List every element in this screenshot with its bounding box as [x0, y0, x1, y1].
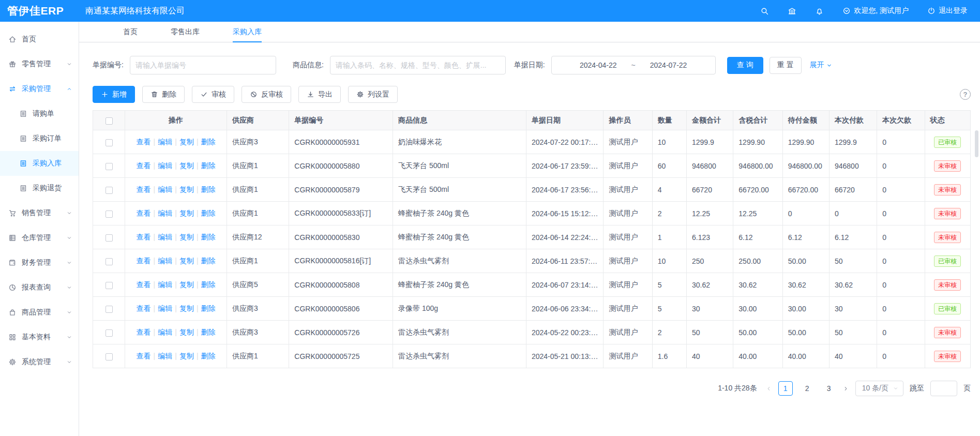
row-actions: 查看|编辑|复制|删除	[125, 249, 227, 273]
row-checkbox[interactable]	[105, 234, 113, 242]
cell-status: 未审核	[925, 344, 970, 368]
edit-link[interactable]: 编辑	[158, 233, 172, 241]
view-link[interactable]: 查看	[137, 209, 151, 217]
sidebar-item-purchase-request[interactable]: 请购单	[0, 101, 79, 126]
page-button-2[interactable]: 2	[800, 381, 815, 396]
row-checkbox[interactable]	[105, 329, 113, 337]
date-range-picker[interactable]: 2024-04-22 ~ 2024-07-22	[551, 56, 716, 74]
page-size-select[interactable]: 10 条/页	[855, 381, 903, 396]
view-link[interactable]: 查看	[137, 233, 151, 241]
row-checkbox[interactable]	[105, 139, 113, 146]
delete-link[interactable]: 删除	[201, 352, 216, 360]
row-checkbox[interactable]	[105, 258, 113, 265]
view-link[interactable]: 查看	[137, 280, 151, 289]
row-checkbox[interactable]	[105, 211, 113, 218]
edit-link[interactable]: 编辑	[158, 185, 172, 193]
sidebar-item-basic-data[interactable]: 基本资料	[0, 325, 79, 350]
row-checkbox[interactable]	[105, 163, 113, 170]
view-link[interactable]: 查看	[137, 328, 151, 336]
copy-link[interactable]: 复制	[179, 209, 194, 217]
welcome-user[interactable]: 欢迎您, 测试用户	[842, 6, 909, 16]
copy-link[interactable]: 复制	[179, 257, 194, 265]
status-badge: 已审核	[934, 303, 961, 314]
view-link[interactable]: 查看	[137, 185, 151, 193]
copy-link[interactable]: 复制	[179, 161, 194, 170]
reset-button[interactable]: 重置	[770, 57, 802, 74]
logout-button[interactable]: 退出登录	[927, 6, 968, 16]
view-link[interactable]: 查看	[137, 161, 151, 170]
delete-link[interactable]: 删除	[201, 209, 216, 217]
view-link[interactable]: 查看	[137, 257, 151, 265]
row-checkbox[interactable]	[105, 187, 113, 194]
row-checkbox[interactable]	[105, 282, 113, 289]
tab-retail-outbound[interactable]: 零售出库	[171, 22, 200, 42]
row-checkbox[interactable]	[105, 353, 113, 360]
unaudit-button[interactable]: 反审核	[242, 86, 291, 103]
sidebar-item-system[interactable]: 系统管理	[0, 350, 79, 374]
edit-link[interactable]: 编辑	[158, 280, 172, 289]
notifications-icon[interactable]	[815, 7, 824, 16]
copy-link[interactable]: 复制	[179, 185, 194, 193]
delete-link[interactable]: 删除	[201, 280, 216, 289]
sidebar-item-warehouse[interactable]: 仓库管理	[0, 225, 79, 250]
search-icon[interactable]	[760, 7, 769, 16]
select-all-checkbox[interactable]	[105, 117, 113, 125]
view-link[interactable]: 查看	[137, 304, 151, 312]
copy-link[interactable]: 复制	[179, 352, 194, 360]
delete-link[interactable]: 删除	[201, 233, 216, 241]
organization-icon[interactable]	[788, 7, 796, 16]
sidebar-item-sales[interactable]: 销售管理	[0, 201, 79, 225]
view-link[interactable]: 查看	[137, 352, 151, 360]
delete-link[interactable]: 删除	[201, 138, 216, 146]
copy-link[interactable]: 复制	[179, 328, 194, 336]
add-button[interactable]: 新增	[93, 86, 135, 103]
edit-link[interactable]: 编辑	[158, 138, 172, 146]
row-checkbox[interactable]	[105, 306, 113, 313]
bill-no-input[interactable]	[130, 56, 276, 74]
product-info-input[interactable]	[330, 56, 506, 74]
column-settings-button[interactable]: 列设置	[348, 86, 398, 103]
delete-link[interactable]: 删除	[201, 161, 216, 170]
sidebar-item-reports[interactable]: 报表查询	[0, 275, 79, 300]
copy-link[interactable]: 复制	[179, 304, 194, 312]
help-icon[interactable]: ?	[960, 89, 971, 100]
edit-link[interactable]: 编辑	[158, 304, 172, 312]
date-from-value[interactable]: 2024-04-22	[580, 61, 617, 69]
sidebar-item-products[interactable]: 商品管理	[0, 300, 79, 325]
edit-link[interactable]: 编辑	[158, 209, 172, 217]
edit-link[interactable]: 编辑	[158, 352, 172, 360]
export-button[interactable]: 导出	[298, 86, 341, 103]
table-scrollbar[interactable]	[975, 130, 978, 157]
sidebar-item-home[interactable]: 首页	[0, 27, 79, 52]
delete-link[interactable]: 删除	[201, 185, 216, 193]
sidebar-item-finance[interactable]: 财务管理	[0, 250, 79, 275]
audit-button[interactable]: 审核	[192, 86, 234, 103]
sidebar-item-purchase[interactable]: 采购管理	[0, 77, 79, 101]
expand-link[interactable]: 展开	[810, 61, 833, 70]
tab-home[interactable]: 首页	[123, 22, 138, 42]
prev-page-button[interactable]	[765, 385, 772, 392]
jump-page-input[interactable]	[930, 381, 957, 396]
copy-link[interactable]: 复制	[179, 233, 194, 241]
sidebar-item-purchase-order[interactable]: 采购订单	[0, 126, 79, 151]
edit-link[interactable]: 编辑	[158, 257, 172, 265]
cell-amount: 1299.9	[687, 130, 733, 154]
sidebar-item-purchase-inbound[interactable]: 采购入库	[0, 151, 79, 176]
search-button[interactable]: 查询	[727, 57, 763, 74]
view-link[interactable]: 查看	[137, 138, 151, 146]
copy-link[interactable]: 复制	[179, 280, 194, 289]
page-button-3[interactable]: 3	[822, 381, 836, 396]
copy-link[interactable]: 复制	[179, 138, 194, 146]
next-page-button[interactable]	[842, 385, 849, 392]
edit-link[interactable]: 编辑	[158, 328, 172, 336]
sidebar-item-retail[interactable]: 零售管理	[0, 52, 79, 77]
tab-purchase-inbound[interactable]: 采购入库	[233, 22, 262, 42]
delete-link[interactable]: 删除	[201, 257, 216, 265]
sidebar-item-purchase-return[interactable]: 采购退货	[0, 176, 79, 201]
delete-button[interactable]: 删除	[142, 86, 185, 103]
page-button-1[interactable]: 1	[778, 381, 793, 396]
date-to-value[interactable]: 2024-07-22	[650, 61, 687, 69]
delete-link[interactable]: 删除	[201, 304, 216, 312]
edit-link[interactable]: 编辑	[158, 161, 172, 170]
delete-link[interactable]: 删除	[201, 328, 216, 336]
